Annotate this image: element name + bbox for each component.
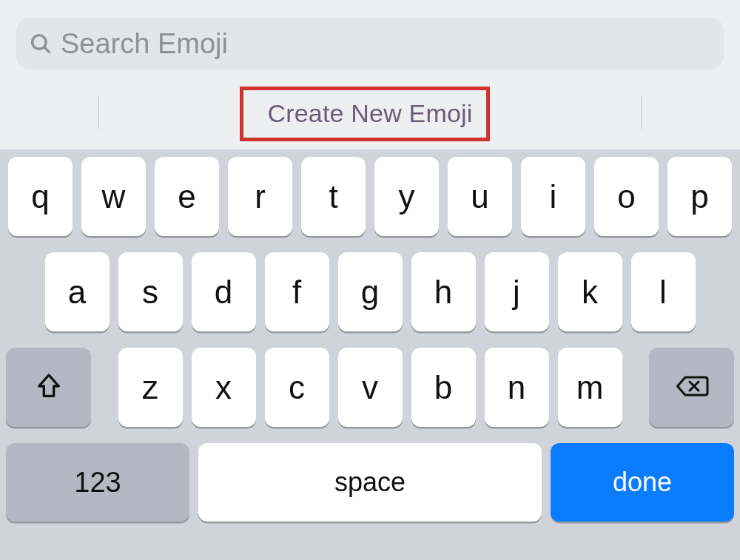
key-w[interactable]: w (81, 157, 146, 236)
search-placeholder: Search Emoji (61, 28, 228, 60)
key-g[interactable]: g (338, 252, 403, 331)
space-key[interactable]: space (198, 443, 542, 522)
search-icon (28, 31, 53, 56)
key-h[interactable]: h (411, 252, 476, 331)
key-s[interactable]: s (118, 252, 183, 331)
key-o[interactable]: o (594, 157, 659, 236)
key-k[interactable]: k (558, 252, 622, 331)
keyboard-row-3: z x c v b n m (6, 348, 734, 427)
shift-key[interactable] (6, 348, 91, 427)
key-b[interactable]: b (411, 348, 476, 427)
backspace-key[interactable] (649, 348, 734, 427)
key-v[interactable]: v (338, 348, 403, 427)
on-screen-keyboard: q w e r t y u i o p a s d f g h j k l z … (0, 149, 740, 560)
key-j[interactable]: j (485, 252, 549, 331)
key-u[interactable]: u (448, 157, 512, 236)
key-e[interactable]: e (155, 157, 219, 236)
key-c[interactable]: c (265, 348, 329, 427)
key-m[interactable]: m (558, 348, 622, 427)
key-y[interactable]: y (374, 157, 439, 236)
key-p[interactable]: p (667, 157, 732, 236)
create-new-emoji-button[interactable]: Create New Emoji (267, 99, 472, 128)
key-d[interactable]: d (192, 252, 256, 331)
backspace-icon (675, 373, 709, 402)
key-z[interactable]: z (118, 348, 183, 427)
key-i[interactable]: i (521, 157, 585, 236)
key-r[interactable]: r (228, 157, 292, 236)
divider (641, 96, 642, 129)
shift-up-icon (34, 371, 64, 404)
emoji-search-bar[interactable]: Search Emoji (16, 18, 724, 70)
divider (98, 96, 99, 129)
key-a[interactable]: a (45, 252, 110, 331)
numeric-switch-key[interactable]: 123 (6, 443, 189, 522)
suggestion-bar: Create New Emoji (0, 83, 740, 144)
svg-line-1 (44, 47, 50, 53)
key-q[interactable]: q (8, 157, 73, 236)
keyboard-row-2: a s d f g h j k l (6, 252, 734, 331)
key-l[interactable]: l (631, 252, 696, 331)
keyboard-row-bottom: 123 space done (6, 443, 734, 522)
key-t[interactable]: t (301, 157, 366, 236)
key-x[interactable]: x (192, 348, 256, 427)
key-f[interactable]: f (265, 252, 329, 331)
done-key[interactable]: done (551, 443, 734, 522)
keyboard-row-1: q w e r t y u i o p (6, 157, 734, 236)
key-n[interactable]: n (485, 348, 549, 427)
